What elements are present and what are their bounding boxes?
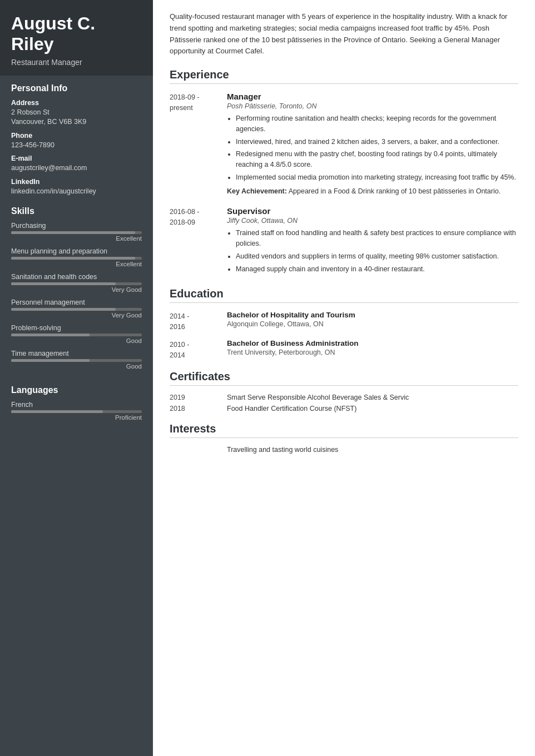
experience-bullet: Interviewed, hired, and trained 2 kitche… xyxy=(236,137,518,147)
phone-label: Phone xyxy=(11,132,142,140)
certificate-name: Food Handler Certification Course (NFST) xyxy=(227,405,356,412)
experience-bullet: Managed supply chain and inventory in a … xyxy=(236,264,518,275)
key-achievement: Key Achievement: Appeared in a Food & Dr… xyxy=(227,186,518,197)
skill-bar-container xyxy=(11,282,142,285)
experience-bullet: Redesigned menu with the pastry chef, bo… xyxy=(236,149,518,170)
main-content: Quality-focused restaurant manager with … xyxy=(153,0,535,756)
skill-name: Time management xyxy=(11,350,142,357)
experience-bullet: Audited vendors and suppliers in terms o… xyxy=(236,251,518,262)
phone-value: 123-456-7890 xyxy=(11,141,142,151)
summary-text: Quality-focused restaurant manager with … xyxy=(170,11,518,57)
experience-list: 2018-09 -present Manager Posh Pâtisserie… xyxy=(170,92,518,277)
personal-info-heading: Personal Info xyxy=(11,83,142,93)
linkedin-label: LinkedIn xyxy=(11,178,142,186)
skill-name: Problem-solving xyxy=(11,324,142,332)
skill-bar-fill xyxy=(11,231,135,234)
certificate-year: 2019 xyxy=(170,394,217,401)
language-bar-fill xyxy=(11,410,103,413)
email-value: augustcriley@email.com xyxy=(11,163,142,173)
experience-detail: Manager Posh Pâtisserie, Toronto, ON Per… xyxy=(227,92,518,196)
experience-company: Jiffy Cook, Ottawa, ON xyxy=(227,217,518,225)
skill-item: Time management Good xyxy=(11,350,142,370)
education-entry: 2010 -2014 Bachelor of Business Administ… xyxy=(170,339,518,361)
education-institution: Trent University, Peterborough, ON xyxy=(227,349,359,356)
education-detail: Bachelor of Business Administration Tren… xyxy=(227,339,359,361)
education-institution: Algonquin College, Ottawa, ON xyxy=(227,320,355,328)
experience-job-title: Supervisor xyxy=(227,206,518,216)
experience-job-title: Manager xyxy=(227,92,518,101)
experience-bullets: Trained staff on food handling and healt… xyxy=(236,228,518,274)
experience-bullets: Performing routine sanitation and health… xyxy=(236,113,518,183)
skill-bar-fill xyxy=(11,334,90,336)
experience-bullet: Implemented social media promotion into … xyxy=(236,172,518,183)
skill-item: Menu planning and preparation Excellent xyxy=(11,247,142,267)
skill-level: Excellent xyxy=(11,261,142,267)
education-list: 2014 -2016 Bachelor of Hospitality and T… xyxy=(170,311,518,360)
language-level: Proficient xyxy=(11,414,142,421)
skills-heading: Skills xyxy=(11,206,142,216)
certificates-section: Certificates 2019 Smart Serve Responsibl… xyxy=(170,370,518,412)
certificate-name: Smart Serve Responsible Alcohol Beverage… xyxy=(227,394,409,401)
skill-item: Problem-solving Good xyxy=(11,324,142,344)
experience-date: 2018-09 -present xyxy=(170,92,217,196)
skill-bar-container xyxy=(11,334,142,336)
skill-bar-fill xyxy=(11,308,116,311)
experience-section: Experience 2018-09 -present Manager Posh… xyxy=(170,68,518,277)
experience-company: Posh Pâtisserie, Toronto, ON xyxy=(227,102,518,110)
sidebar: August C. Riley Restaurant Manager Perso… xyxy=(0,0,153,756)
linkedin-value: linkedin.com/in/augustcriley xyxy=(11,187,142,197)
languages-list: French Proficient xyxy=(11,401,142,421)
candidate-title: Restaurant Manager xyxy=(11,58,142,67)
experience-bullet: Performing routine sanitation and health… xyxy=(236,113,518,135)
education-date: 2010 -2014 xyxy=(170,339,217,361)
skill-bar-container xyxy=(11,257,142,260)
skill-name: Menu planning and preparation xyxy=(11,247,142,255)
skill-bar-fill xyxy=(11,359,90,362)
education-detail: Bachelor of Hospitality and Tourism Algo… xyxy=(227,311,355,332)
address-value: 2 Robson St Vancouver, BC V6B 3K9 xyxy=(11,108,142,127)
skill-item: Sanitation and health codes Very Good xyxy=(11,273,142,293)
certificate-entry: 2018 Food Handler Certification Course (… xyxy=(170,405,518,412)
personal-info-section: Personal Info Address 2 Robson St Vancou… xyxy=(0,76,153,199)
interests-entry: Travelling and tasting world cuisines xyxy=(170,446,518,454)
experience-detail: Supervisor Jiffy Cook, Ottawa, ON Traine… xyxy=(227,206,518,277)
skill-bar-fill xyxy=(11,257,135,260)
languages-heading: Languages xyxy=(11,385,142,395)
experience-heading: Experience xyxy=(170,68,518,84)
skill-bar-fill xyxy=(11,282,116,285)
interests-text: Travelling and tasting world cuisines xyxy=(227,446,338,454)
education-date: 2014 -2016 xyxy=(170,311,217,332)
skill-name: Personnel management xyxy=(11,299,142,306)
interests-section: Interests Travelling and tasting world c… xyxy=(170,422,518,454)
skill-name: Sanitation and health codes xyxy=(11,273,142,281)
experience-date: 2016-08 -2018-09 xyxy=(170,206,217,277)
candidate-name: August C. Riley xyxy=(11,13,142,54)
languages-section: Languages French Proficient xyxy=(0,377,153,429)
skill-item: Purchasing Excellent xyxy=(11,222,142,242)
address-label: Address xyxy=(11,99,142,107)
education-degree: Bachelor of Business Administration xyxy=(227,339,359,347)
certificates-list: 2019 Smart Serve Responsible Alcohol Bev… xyxy=(170,394,518,412)
email-label: E-mail xyxy=(11,155,142,162)
skill-level: Excellent xyxy=(11,235,142,242)
language-name: French xyxy=(11,401,142,409)
skills-section: Skills Purchasing Excellent Menu plannin… xyxy=(0,198,153,377)
certificate-entry: 2019 Smart Serve Responsible Alcohol Bev… xyxy=(170,394,518,401)
education-section: Education 2014 -2016 Bachelor of Hospita… xyxy=(170,287,518,360)
education-heading: Education xyxy=(170,287,518,303)
skill-bar-container xyxy=(11,231,142,234)
language-bar-container xyxy=(11,410,142,413)
skill-bar-container xyxy=(11,359,142,362)
skill-name: Purchasing xyxy=(11,222,142,230)
skills-list: Purchasing Excellent Menu planning and p… xyxy=(11,222,142,370)
skill-item: Personnel management Very Good xyxy=(11,299,142,319)
language-item: French Proficient xyxy=(11,401,142,421)
education-entry: 2014 -2016 Bachelor of Hospitality and T… xyxy=(170,311,518,332)
certificates-heading: Certificates xyxy=(170,370,518,386)
education-degree: Bachelor of Hospitality and Tourism xyxy=(227,311,355,319)
skill-bar-container xyxy=(11,308,142,311)
skill-level: Very Good xyxy=(11,286,142,293)
skill-level: Good xyxy=(11,337,142,344)
experience-entry: 2016-08 -2018-09 Supervisor Jiffy Cook, … xyxy=(170,206,518,277)
sidebar-header: August C. Riley Restaurant Manager xyxy=(0,0,153,76)
